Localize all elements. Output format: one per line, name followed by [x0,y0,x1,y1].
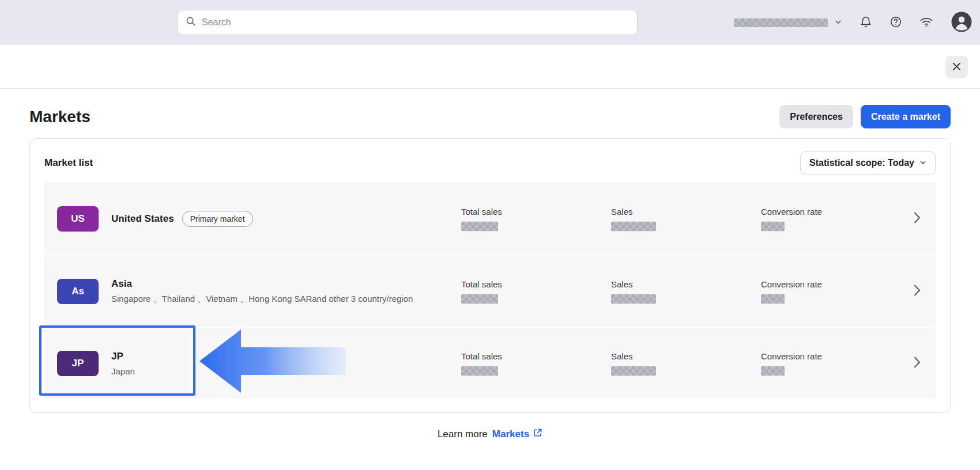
page-header: Markets Preferences Create a market [29,105,951,128]
notifications-button[interactable] [860,16,872,30]
search-bar[interactable] [177,10,638,35]
chevron-right-icon [914,357,921,370]
market-subtitle: Singapore 、Thailand 、Vietnam 、Hong Kong … [111,294,413,305]
market-info: United States Primary market [111,211,253,227]
redacted-value [761,366,785,376]
statistical-scope-dropdown[interactable]: Statistical scope: Today [800,151,936,175]
market-list-title: Market list [44,157,93,169]
chevron-down-icon [834,18,842,28]
close-icon [952,62,961,73]
help-button[interactable] [889,16,902,30]
wifi-icon [919,15,933,31]
redacted-value [611,221,656,231]
redacted-value [461,294,498,304]
create-market-button[interactable]: Create a market [861,105,951,128]
market-badge: US [57,206,99,232]
redacted-value [611,366,656,376]
market-subtitle: Japan [111,366,135,376]
chevron-down-icon [919,158,926,168]
market-row-jp[interactable]: JP JP Japan Total sales Sales Conversion… [44,327,936,399]
help-icon [889,16,902,30]
redacted-value [761,221,785,231]
topbar-right-cluster [734,0,973,45]
store-name-redacted [734,18,828,27]
redacted-value [461,221,498,231]
topbar [0,0,980,45]
metric-sales: Sales [611,351,656,376]
primary-market-badge: Primary market [182,211,253,227]
metric-label: Conversion rate [761,279,822,289]
redacted-value [611,294,656,304]
metric-conversion-rate: Conversion rate [761,351,822,376]
metric-label: Conversion rate [761,206,822,216]
redacted-value [761,294,785,304]
market-info: Asia Singapore 、Thailand 、Vietnam 、Hong … [111,278,413,305]
market-row-united-states[interactable]: US United States Primary market Total sa… [44,183,936,255]
metric-label: Total sales [461,279,502,289]
metric-conversion-rate: Conversion rate [761,206,822,231]
market-name: United States [111,213,174,225]
chevron-right-icon [914,212,921,226]
markets-link-label: Markets [492,429,529,440]
main-content: Markets Preferences Create a market Mark… [0,105,980,441]
market-info: JP Japan [111,351,135,376]
metric-label: Total sales [461,206,502,216]
learn-more-footer: Learn more Markets [29,428,951,441]
external-link-icon [533,428,542,441]
market-list-card: Market list Statistical scope: Today US … [29,138,951,413]
store-menu-button[interactable] [734,18,842,28]
learn-more-text: Learn more [438,429,488,440]
metric-sales: Sales [611,206,656,231]
statistical-scope-label: Statistical scope: Today [809,158,914,168]
avatar-icon [951,11,973,35]
markets-learn-more-link[interactable]: Markets [492,428,542,441]
market-row-asia[interactable]: As Asia Singapore 、Thailand 、Vietnam 、Ho… [44,255,936,327]
bell-icon [860,16,872,30]
metric-label: Sales [611,206,633,216]
sheet-header [0,45,980,89]
market-name: JP [111,351,135,362]
redacted-value [461,366,498,376]
search-input[interactable] [202,17,629,28]
metric-total-sales: Total sales [461,206,502,231]
market-badge: JP [57,351,99,376]
chevron-right-icon [914,285,921,298]
close-button[interactable] [945,56,968,78]
preferences-button[interactable]: Preferences [779,105,853,128]
metric-total-sales: Total sales [461,279,502,304]
search-icon [186,16,196,29]
metric-label: Total sales [461,351,502,361]
metric-label: Conversion rate [761,351,822,361]
network-status-button[interactable] [919,15,933,31]
market-badge: As [57,279,99,304]
metric-conversion-rate: Conversion rate [761,279,822,304]
metric-total-sales: Total sales [461,351,502,376]
market-rows: US United States Primary market Total sa… [44,183,936,399]
metric-label: Sales [611,279,633,289]
page-actions: Preferences Create a market [779,105,951,128]
metric-label: Sales [611,351,633,361]
metric-sales: Sales [611,279,656,304]
market-name-line: United States Primary market [111,211,253,227]
account-button[interactable] [951,11,973,35]
page-title: Markets [29,108,91,126]
market-list-header: Market list Statistical scope: Today [44,151,936,175]
market-name: Asia [111,278,413,290]
